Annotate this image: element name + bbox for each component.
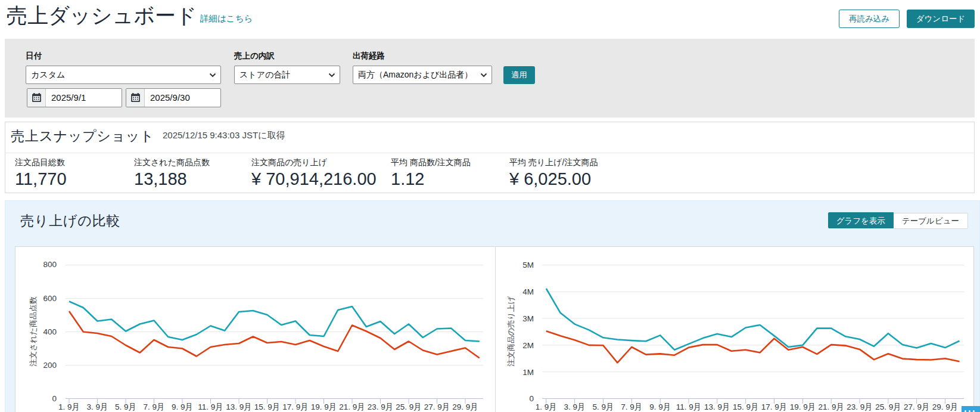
svg-text:19. 9月: 19. 9月 (311, 402, 337, 411)
svg-text:29. 9月: 29. 9月 (932, 402, 959, 411)
svg-text:1. 9月: 1. 9月 (536, 402, 557, 411)
svg-text:23. 9月: 23. 9月 (847, 402, 873, 411)
svg-text:注文された商品点数: 注文された商品点数 (29, 296, 38, 367)
svg-text:3M: 3M (522, 314, 534, 323)
svg-text:9. 9月: 9. 9月 (649, 402, 671, 411)
svg-text:9. 9月: 9. 9月 (172, 402, 193, 411)
svg-text:13. 9月: 13. 9月 (226, 402, 252, 411)
svg-text:5. 9月: 5. 9月 (115, 402, 136, 411)
svg-text:1M: 1M (522, 368, 534, 377)
svg-text:7. 9月: 7. 9月 (143, 402, 164, 411)
svg-text:4M: 4M (522, 287, 534, 296)
svg-text:25. 9月: 25. 9月 (875, 402, 901, 411)
svg-text:7. 9月: 7. 9月 (621, 402, 642, 411)
svg-text:27. 9月: 27. 9月 (904, 402, 930, 411)
svg-text:17. 9月: 17. 9月 (282, 402, 309, 411)
svg-text:1. 9月: 1. 9月 (58, 402, 80, 411)
svg-text:200: 200 (43, 361, 57, 370)
svg-text:400: 400 (43, 327, 57, 336)
svg-text:3. 9月: 3. 9月 (564, 402, 586, 411)
svg-text:29. 9月: 29. 9月 (452, 402, 478, 411)
svg-text:15. 9月: 15. 9月 (733, 402, 759, 411)
svg-text:注文商品の売り上げ: 注文商品の売り上げ (506, 296, 515, 367)
svg-text:23. 9月: 23. 9月 (368, 402, 394, 411)
svg-text:3. 9月: 3. 9月 (86, 402, 108, 411)
svg-text:5M: 5M (522, 261, 534, 269)
svg-text:13. 9月: 13. 9月 (704, 402, 730, 411)
svg-text:600: 600 (43, 294, 57, 303)
svg-text:11. 9月: 11. 9月 (676, 402, 702, 411)
svg-text:800: 800 (43, 260, 57, 269)
svg-text:11. 9月: 11. 9月 (198, 402, 223, 411)
svg-text:19. 9月: 19. 9月 (790, 402, 816, 411)
svg-text:17. 9月: 17. 9月 (761, 402, 788, 411)
svg-text:15. 9月: 15. 9月 (254, 402, 281, 411)
svg-text:0: 0 (52, 394, 57, 403)
svg-text:0: 0 (529, 394, 534, 403)
svg-text:27. 9月: 27. 9月 (424, 402, 450, 411)
svg-text:25. 9月: 25. 9月 (396, 402, 422, 411)
svg-text:2M: 2M (522, 341, 534, 350)
svg-text:21. 9月: 21. 9月 (818, 402, 844, 411)
svg-text:5. 9月: 5. 9月 (592, 402, 614, 411)
svg-text:21. 9月: 21. 9月 (339, 402, 365, 411)
